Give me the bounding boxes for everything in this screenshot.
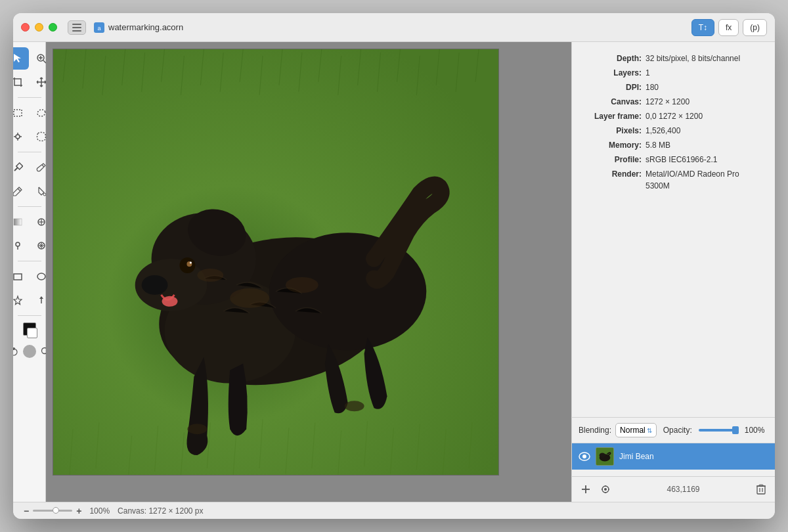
svg-point-98 xyxy=(582,454,586,458)
select-tool[interactable] xyxy=(13,47,29,70)
layer-item[interactable]: Jimi Bean xyxy=(572,443,775,470)
depth-value: 32 bits/pixel, 8 bits/channel xyxy=(646,53,740,64)
svg-marker-35 xyxy=(14,296,22,305)
sidebar-toggle-button[interactable] xyxy=(68,20,86,35)
app-icon: a xyxy=(94,22,104,33)
svg-point-93 xyxy=(286,277,318,293)
right-panel: Depth: 32 bits/pixel, 8 bits/channel Lay… xyxy=(571,42,775,502)
opacity-value: 100% xyxy=(745,426,765,435)
color-swatches[interactable] xyxy=(18,322,41,342)
svg-rect-110 xyxy=(757,486,765,494)
layer-coords: 463,1169 xyxy=(667,485,699,494)
svg-point-101 xyxy=(600,453,605,457)
separator-4 xyxy=(18,261,41,261)
p-label: (p) xyxy=(750,23,760,32)
canvas-dimensions-status: Canvas: 1272 × 1200 px xyxy=(118,506,203,516)
add-layer-button[interactable] xyxy=(579,482,593,497)
pixels-label: Pixels: xyxy=(582,125,642,137)
svg-rect-33 xyxy=(14,274,22,280)
maximize-button[interactable] xyxy=(49,23,57,32)
layer-visibility-icon[interactable] xyxy=(579,451,590,462)
canvas-label: Canvas: xyxy=(582,96,642,108)
pencil-tool[interactable] xyxy=(13,180,29,202)
svg-rect-10 xyxy=(14,110,22,116)
svg-text:a: a xyxy=(97,25,100,32)
svg-line-7 xyxy=(43,60,46,63)
layer-settings-button[interactable] xyxy=(598,482,613,497)
foreground-circle[interactable] xyxy=(23,345,36,358)
zoom-out-button[interactable]: − xyxy=(24,506,29,516)
titlebar-toolbar: T↕ fx (p) xyxy=(691,19,767,36)
blending-select[interactable]: Normal ⇅ xyxy=(615,423,657,437)
svg-point-92 xyxy=(230,288,269,308)
statusbar: − + 100% Canvas: 1272 × 1200 px xyxy=(13,502,775,519)
layer-panel: Blending: Normal ⇅ Opacity: 100% xyxy=(572,417,775,502)
star-tool[interactable] xyxy=(13,289,29,311)
svg-rect-0 xyxy=(72,24,81,25)
svg-point-105 xyxy=(604,488,607,491)
text-tool-header-button[interactable]: T↕ xyxy=(691,19,714,36)
minimize-button[interactable] xyxy=(35,23,43,32)
svg-rect-1 xyxy=(72,27,81,28)
layer-thumbnail xyxy=(596,447,614,466)
fx-label: fx xyxy=(726,23,732,32)
memory-label: Memory: xyxy=(582,139,642,151)
brush-size-indicator[interactable] xyxy=(13,345,20,358)
dpi-row: DPI: 180 xyxy=(582,81,764,93)
separator-2 xyxy=(18,152,41,152)
svg-point-16 xyxy=(16,135,20,139)
blending-row: Blending: Normal ⇅ Opacity: 100% xyxy=(572,418,775,443)
pixels-value: 1,526,400 xyxy=(646,125,680,137)
canvas-row: Canvas: 1272 × 1200 xyxy=(582,96,764,108)
depth-label: Depth: xyxy=(582,53,642,64)
layers-label: Layers: xyxy=(582,67,642,79)
opacity-slider[interactable] xyxy=(699,429,738,432)
layers-value: 1 xyxy=(646,67,650,79)
svg-line-17 xyxy=(14,167,18,171)
canvas-area[interactable] xyxy=(46,42,571,502)
memory-row: Memory: 5.8 MB xyxy=(582,139,764,151)
blending-value: Normal xyxy=(620,426,646,435)
svg-point-39 xyxy=(13,347,15,350)
fx-button[interactable]: fx xyxy=(718,19,739,36)
app-window: a watermarking.acorn T↕ fx (p) xyxy=(13,13,775,519)
traffic-lights xyxy=(21,23,57,32)
layer-footer: 463,1169 xyxy=(572,476,775,502)
zoom-control: − + 100% xyxy=(24,506,110,516)
layers-row: Layers: 1 xyxy=(582,67,764,79)
zoom-in-button[interactable]: + xyxy=(76,506,81,516)
magic-wand-tool[interactable] xyxy=(13,125,29,148)
rect-select-tool[interactable] xyxy=(13,102,29,124)
toolbar xyxy=(13,42,46,502)
crop-tool[interactable] xyxy=(13,71,29,93)
svg-line-20 xyxy=(18,188,20,191)
depth-row: Depth: 32 bits/pixel, 8 bits/channel xyxy=(582,53,764,64)
render-row: Render: Metal/IO/AMD Radeon Pro 5300M xyxy=(582,168,764,192)
layer-name: Jimi Bean xyxy=(619,452,654,461)
svg-point-94 xyxy=(197,269,223,282)
gradient-tool[interactable] xyxy=(13,211,29,233)
svg-line-19 xyxy=(42,165,44,167)
profile-row: Profile: sRGB IEC61966-2.1 xyxy=(582,154,764,166)
close-button[interactable] xyxy=(21,23,30,32)
svg-point-86 xyxy=(142,275,168,295)
dpi-value: 180 xyxy=(646,81,659,93)
zoom-slider[interactable] xyxy=(33,510,72,512)
shape-rect-tool[interactable] xyxy=(13,265,29,288)
dodge-tool[interactable] xyxy=(13,234,29,257)
svg-point-90 xyxy=(190,262,192,264)
p-button[interactable]: (p) xyxy=(743,19,767,36)
blend-arrows-icon: ⇅ xyxy=(647,427,652,434)
canvas-value: 1272 × 1200 xyxy=(646,96,690,108)
separator-5 xyxy=(18,315,41,316)
profile-label: Profile: xyxy=(582,154,642,166)
eyedropper-tool[interactable] xyxy=(13,156,29,179)
canvas-svg xyxy=(53,49,498,475)
svg-point-95 xyxy=(187,424,207,434)
svg-point-96 xyxy=(345,401,364,411)
zoom-value: 100% xyxy=(89,506,110,516)
profile-value: sRGB IEC61966-2.1 xyxy=(646,154,717,166)
layerframe-label: Layer frame: xyxy=(582,110,642,122)
background-color[interactable] xyxy=(27,328,37,338)
delete-layer-button[interactable] xyxy=(754,482,768,497)
